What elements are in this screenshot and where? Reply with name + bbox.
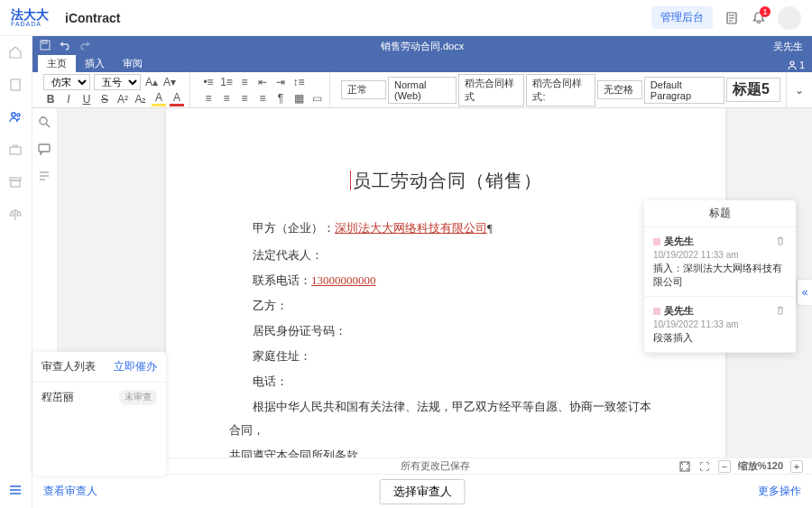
svg-rect-6 <box>11 180 20 187</box>
fit-width-icon[interactable]: ⛶ <box>698 460 711 473</box>
style-no-spacing[interactable]: 无空格 <box>597 80 642 99</box>
tab-home[interactable]: 主页 <box>38 55 76 72</box>
paragraph-mark-button[interactable]: ¶ <box>273 91 288 106</box>
home-icon[interactable] <box>8 45 24 61</box>
change-item[interactable]: 吴先生 10/19/2022 11:33 am 插入：深圳法大大网络科技有限公司 <box>644 227 796 297</box>
tab-insert[interactable]: 插入 <box>76 55 114 72</box>
svg-point-10 <box>40 117 47 125</box>
decrease-font-icon[interactable]: A▾ <box>162 75 177 89</box>
redo-icon[interactable] <box>79 40 92 52</box>
presence-indicator[interactable]: 1 <box>780 58 812 72</box>
reviewer-item[interactable]: 程茁丽 未审查 <box>32 383 166 412</box>
svg-point-9 <box>790 61 794 65</box>
italic-button[interactable]: I <box>61 92 76 106</box>
svg-rect-4 <box>10 147 21 154</box>
reviewer-status-tag: 未审查 <box>119 390 157 405</box>
multilevel-button[interactable]: ≡ <box>237 75 252 89</box>
align-left-button[interactable]: ≡ <box>201 91 216 106</box>
style-heading5[interactable]: 标题5 <box>726 78 780 102</box>
svg-rect-8 <box>42 41 47 43</box>
search-icon[interactable] <box>38 115 52 130</box>
outdent-button[interactable]: ⇤ <box>255 75 270 89</box>
document-title: 销售劳动合同.docx <box>381 40 464 53</box>
justify-button[interactable]: ≡ <box>255 91 270 106</box>
avatar[interactable] <box>778 6 801 30</box>
svg-point-2 <box>11 113 14 116</box>
party-b-line: 乙方： <box>229 294 662 318</box>
bullets-button[interactable]: •≡ <box>201 75 216 89</box>
view-reviewers-link[interactable]: 查看审查人 <box>43 484 97 499</box>
doc-icon[interactable] <box>8 78 24 94</box>
app-name: iContract <box>65 11 120 25</box>
phone-line: 联系电话：13000000000 <box>229 269 662 292</box>
addr-line: 家庭住址： <box>229 345 662 368</box>
change-item[interactable]: 吴先生 10/19/2022 11:33 am 段落插入 <box>644 297 796 353</box>
archive-icon[interactable] <box>8 175 24 191</box>
menu-toggle-icon[interactable] <box>8 483 24 499</box>
zoom-in-button[interactable]: + <box>790 460 803 473</box>
line-spacing-button[interactable]: ↕≡ <box>291 75 306 89</box>
increase-font-icon[interactable]: A▴ <box>144 75 159 89</box>
save-status: 所有更改已保存 <box>401 459 470 473</box>
delete-change-icon[interactable] <box>776 306 787 317</box>
ribbon: 仿宋 五号 A▴ A▾ B I U S A² A₂ A A •≡ 1≡ ≡ <box>32 72 812 108</box>
reviewer-panel: 审查人列表 立即催办 程茁丽 未审查 <box>32 352 166 476</box>
font-family-select[interactable]: 仿宋 <box>43 74 90 90</box>
indent-button[interactable]: ⇥ <box>273 75 288 89</box>
font-color-button[interactable]: A <box>170 92 184 106</box>
bold-button[interactable]: B <box>43 92 58 106</box>
tab-review[interactable]: 审阅 <box>114 55 152 72</box>
phone-value[interactable]: 13000000000 <box>311 273 376 287</box>
collapse-right-panel-icon[interactable]: « <box>798 280 812 305</box>
brand-logo: 法大大 FADADA <box>11 8 49 27</box>
changes-panel-title: 标题 <box>644 200 796 227</box>
scale-icon[interactable] <box>8 208 24 224</box>
party-a-value[interactable]: 深圳法大大网络科技有限公司 <box>335 221 487 235</box>
notification-badge: 1 <box>760 6 770 17</box>
svg-rect-11 <box>39 144 50 152</box>
urge-link[interactable]: 立即催办 <box>114 359 157 374</box>
svg-point-3 <box>16 114 19 116</box>
style-contract-1[interactable]: 稻壳合同样式 <box>458 74 525 106</box>
more-actions-link[interactable]: 更多操作 <box>758 484 801 499</box>
style-default-para[interactable]: Default Paragrap <box>644 77 724 104</box>
style-normal[interactable]: 正常 <box>341 80 386 99</box>
strike-button[interactable]: S <box>97 92 112 106</box>
shading-button[interactable]: ▦ <box>291 91 306 106</box>
fit-page-icon[interactable] <box>678 460 691 473</box>
clipboard-icon[interactable] <box>724 10 740 26</box>
briefcase-icon[interactable] <box>8 143 24 159</box>
id-line: 居民身份证号码： <box>229 319 662 343</box>
numbering-button[interactable]: 1≡ <box>219 75 234 89</box>
current-user: 吴先生 <box>773 40 812 53</box>
subscript-button[interactable]: A₂ <box>134 92 148 106</box>
headings-icon[interactable] <box>38 170 52 184</box>
delete-change-icon[interactable] <box>776 236 787 247</box>
save-icon[interactable] <box>40 40 52 52</box>
admin-backend-button[interactable]: 管理后台 <box>651 6 713 29</box>
font-size-select[interactable]: 五号 <box>94 74 141 90</box>
highlight-button[interactable]: A <box>152 92 166 106</box>
document-page[interactable]: 员工劳动合同（销售） 甲方（企业）：深圳法大大网络科技有限公司¶ 法定代表人： … <box>166 108 725 474</box>
comments-icon[interactable] <box>38 143 52 157</box>
borders-button[interactable]: ▭ <box>309 91 324 106</box>
svg-rect-1 <box>11 79 20 90</box>
style-normal-web[interactable]: Normal (Web) <box>388 77 457 104</box>
doc-title: 员工劳动合同（销售） <box>229 162 662 199</box>
ribbon-expand-icon[interactable]: ⌄ <box>792 83 807 97</box>
body-line-1: 根据中华人民共和国有关法律、法规，甲乙双方经平等自愿、协商一致签订本合同， <box>229 395 662 442</box>
undo-icon[interactable] <box>60 40 72 52</box>
choose-reviewer-button[interactable]: 选择审查人 <box>380 479 466 504</box>
align-right-button[interactable]: ≡ <box>237 91 252 106</box>
superscript-button[interactable]: A² <box>115 92 130 106</box>
reviewer-panel-title: 审查人列表 <box>42 359 96 374</box>
changes-panel: 标题 吴先生 10/19/2022 11:33 am 插入：深圳法大大网络科技有… <box>644 200 796 353</box>
people-icon[interactable] <box>8 110 24 126</box>
legal-rep-line: 法定代表人： <box>229 244 662 267</box>
align-center-button[interactable]: ≡ <box>219 91 234 106</box>
underline-button[interactable]: U <box>79 92 94 106</box>
party-a-line: 甲方（企业）：深圳法大大网络科技有限公司¶ <box>229 217 662 240</box>
zoom-out-button[interactable]: − <box>718 460 731 473</box>
bell-icon[interactable]: 1 <box>751 10 767 26</box>
style-contract-2[interactable]: 稻壳合同样式: <box>526 74 595 106</box>
